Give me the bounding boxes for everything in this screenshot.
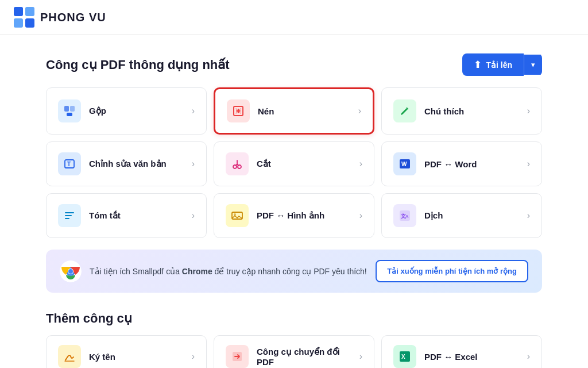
merge-icon [58,99,81,122]
arrow-icon-excel: › [527,351,530,362]
svg-rect-3 [25,18,34,28]
main-content: Công cụ PDF thông dụng nhất ⬆ Tải lên ▾ [0,35,588,368]
tool-card-merge[interactable]: Gộp › [46,87,207,135]
tool-label-convert: Công cụ chuyển đổi PDF [257,347,359,367]
tool-card-translate[interactable]: 文 A Dịch › [381,193,542,238]
svg-rect-5 [70,106,75,112]
section-title: Công cụ PDF thông dụng nhất [46,57,230,72]
more-tool-card-convert[interactable]: Công cụ chuyển đổi PDF › [214,335,374,368]
chrome-extension-banner: Tải tiện ích Smallpdf của Chrome để truy… [46,250,542,293]
svg-text:W: W [401,161,407,167]
svg-text:A: A [405,214,409,219]
summarize-icon [58,204,81,227]
tool-label-word: PDF ↔ Word [424,159,477,169]
translate-icon: 文 A [393,204,416,227]
compress-icon [227,99,250,122]
svg-rect-14 [65,212,74,213]
svg-rect-2 [14,18,23,28]
arrow-icon-word: › [527,159,530,169]
tool-card-cut[interactable]: Cắt › [214,141,374,186]
arrow-icon-sign: › [192,351,195,362]
tool-card-summarize[interactable]: Tóm tắt › [46,193,207,238]
arrow-icon-compress: › [358,106,361,116]
tool-label-translate: Dịch [424,210,443,221]
tool-label-image: PDF ↔ Hình ảnh [257,210,324,221]
tool-card-word[interactable]: W PDF ↔ Word › [381,141,542,186]
arrow-icon-summarize: › [192,210,195,221]
banner-text: Tải tiện ích Smallpdf của Chrome để truy… [90,267,367,276]
cut-icon [226,152,249,175]
tool-label-compress: Nén [258,106,274,116]
logo-text: PHONG VU [40,11,106,24]
annotate-icon [393,99,416,122]
banner-text-brand: Chrome [182,267,212,276]
tool-label-merge: Gộp [89,106,106,116]
banner-text-suffix: để truy cập nhanh công cụ PDF yêu thích! [212,267,367,276]
chrome-icon [60,260,82,282]
image-icon [226,204,249,227]
svg-rect-16 [65,218,69,219]
more-tool-card-excel[interactable]: X PDF ↔ Excel › [381,335,542,368]
upload-main-button[interactable]: ⬆ Tải lên [462,53,524,76]
svg-rect-0 [14,7,23,16]
tool-card-image[interactable]: PDF ↔ Hình ảnh › [214,193,374,238]
chevron-down-icon: ▾ [531,60,535,69]
edit-icon: T [58,152,81,175]
tool-label-cut: Cắt [257,159,271,169]
arrow-icon-merge: › [192,106,195,116]
svg-rect-4 [64,106,69,112]
word-icon: W [393,152,416,175]
arrow-icon-image: › [359,210,362,221]
tool-label-summarize: Tóm tắt [89,210,121,221]
svg-rect-6 [67,113,72,116]
banner-text-prefix: Tải tiện ích Smallpdf của [90,267,180,276]
arrow-icon-cut: › [359,159,362,169]
logo-icon [14,7,34,28]
tool-card-edit[interactable]: T Chỉnh sửa văn bản › [46,141,207,186]
upload-label: Tải lên [486,60,512,70]
upload-dropdown-button[interactable]: ▾ [524,55,542,75]
tool-card-annotate[interactable]: Chú thích › [381,87,542,135]
svg-point-25 [68,269,73,274]
more-tools-grid: Ký tên › Công cụ chuyển đổi PDF › [46,335,542,368]
tool-label-edit: Chỉnh sửa văn bản [89,159,167,169]
arrow-icon-translate: › [527,210,530,221]
upload-icon: ⬆ [474,59,481,70]
more-section-title: Thêm công cụ [46,311,542,326]
tools-grid: Gộp › Nén › [46,87,542,238]
arrow-icon-edit: › [192,159,195,169]
arrow-icon-annotate: › [527,106,530,116]
svg-text:T: T [67,161,71,167]
convert-icon [226,345,249,368]
tool-label-sign: Ký tên [89,352,115,362]
upload-button-group[interactable]: ⬆ Tải lên ▾ [462,53,542,76]
excel-icon: X [393,345,416,368]
svg-rect-15 [65,215,72,216]
arrow-icon-convert: › [359,351,362,362]
tool-label-excel: PDF ↔ Excel [424,352,478,362]
extension-download-button[interactable]: Tải xuống miễn phí tiện ích mở rộng [376,260,528,282]
header: PHONG VU [0,0,588,35]
logo: PHONG VU [14,7,106,28]
section-header: Công cụ PDF thông dụng nhất ⬆ Tải lên ▾ [46,53,542,76]
tool-label-annotate: Chú thích [424,106,464,116]
more-tool-card-sign[interactable]: Ký tên › [46,335,207,368]
tool-card-compress[interactable]: Nén › [214,87,374,135]
svg-rect-1 [25,7,34,16]
sign-icon [58,345,81,368]
svg-text:X: X [401,354,405,360]
